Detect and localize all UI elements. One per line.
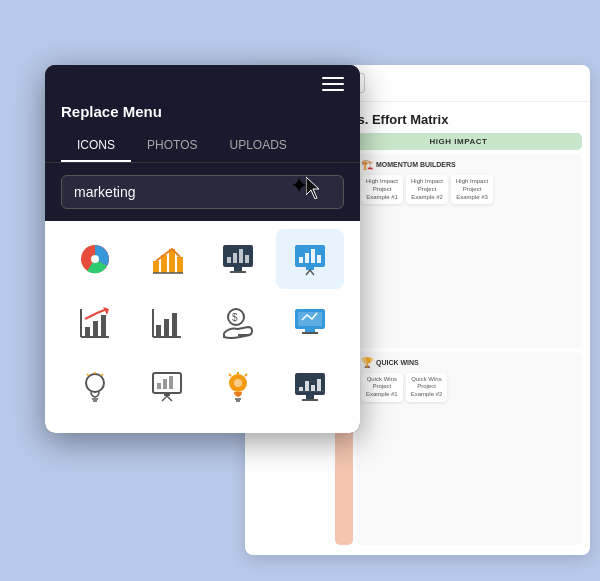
presentation2-icon (149, 369, 185, 405)
svg-rect-63 (311, 385, 315, 391)
bar-chart-gold-icon-cell[interactable] (133, 229, 201, 289)
money-hand-icon: $ (220, 305, 256, 341)
chart-dark2-icon (292, 369, 328, 405)
svg-text:$: $ (232, 312, 238, 323)
icons-grid: $ (45, 221, 360, 433)
quick-wins-item-1: Quick WinsProjectExample #1 (361, 373, 403, 402)
chart-dark-icon (220, 241, 256, 277)
replace-menu-label: Replace Menu (45, 103, 360, 130)
screen-blue-icon-cell[interactable] (276, 293, 344, 353)
arrow-chart-icon-cell[interactable] (61, 293, 129, 353)
svg-line-58 (245, 374, 247, 376)
svg-point-40 (86, 374, 104, 392)
svg-rect-61 (299, 387, 303, 391)
bulb-yellow-icon (220, 369, 256, 405)
svg-rect-33 (172, 313, 177, 337)
screen-blue-icon (292, 305, 328, 341)
svg-rect-3 (153, 261, 159, 273)
momentum-title-text: MOMENTUM BUILDERS (376, 161, 456, 168)
svg-line-22 (310, 270, 314, 275)
svg-rect-39 (302, 332, 318, 334)
bar-chart2-icon-cell[interactable] (133, 293, 201, 353)
bulb-outline-icon (77, 369, 113, 405)
svg-line-45 (87, 374, 89, 376)
high-impact-header: HIGH IMPACT (335, 133, 582, 150)
svg-rect-9 (227, 257, 231, 263)
svg-rect-16 (299, 257, 303, 263)
pie-chart-icon (77, 241, 113, 277)
svg-rect-17 (305, 253, 309, 263)
svg-rect-32 (164, 319, 169, 337)
bar-chart-gold-icon (149, 241, 185, 277)
chart-dark2-icon-cell[interactable] (276, 357, 344, 417)
quick-wins-icon: 🏆 (361, 357, 373, 368)
pie-chart-icon-cell[interactable] (61, 229, 129, 289)
svg-rect-62 (305, 381, 309, 391)
quick-wins-item-2: Quick WinsProjectExample #2 (406, 373, 448, 402)
presentation2-icon-cell[interactable] (133, 357, 201, 417)
svg-rect-50 (164, 393, 170, 396)
svg-rect-18 (311, 249, 315, 263)
svg-rect-47 (157, 383, 161, 389)
tab-uploads[interactable]: UPLOADS (213, 130, 302, 162)
matrix-right: HIGH IMPACT HIGH EFFORT 🏗️ MOMENTUM BUIL… (335, 133, 582, 545)
momentum-builders-title: 🏗️ MOMENTUM BUILDERS (361, 159, 577, 170)
svg-rect-13 (234, 267, 242, 271)
tab-photos[interactable]: PHOTOS (131, 130, 213, 162)
svg-rect-64 (317, 379, 321, 391)
chart-dark-icon-cell[interactable] (205, 229, 273, 289)
high-effort-row: HIGH EFFORT 🏗️ MOMENTUM BUILDERS High Im… (335, 154, 582, 348)
money-hand-icon-cell[interactable]: $ (205, 293, 273, 353)
menu-tabs: ICONS PHOTOS UPLOADS (45, 130, 360, 163)
svg-rect-67 (302, 399, 318, 401)
svg-rect-37 (298, 312, 322, 326)
svg-rect-66 (306, 395, 314, 399)
bar-chart2-icon (149, 305, 185, 341)
svg-rect-5 (169, 249, 175, 273)
svg-rect-11 (239, 249, 243, 263)
svg-rect-38 (305, 329, 315, 332)
svg-rect-12 (245, 255, 249, 263)
momentum-items: High ImpactProjectExample #1 High Impact… (361, 175, 577, 204)
quick-wins-quadrant: 🏆 QUICK WINS Quick WinsProjectExample #1… (356, 352, 582, 546)
hamburger-line-2 (322, 83, 344, 85)
menu-top-bar (45, 65, 360, 103)
svg-line-44 (101, 374, 103, 376)
svg-rect-31 (156, 325, 161, 337)
svg-rect-49 (169, 376, 173, 389)
svg-line-21 (306, 270, 310, 275)
arrow-chart-icon (77, 305, 113, 341)
svg-rect-25 (85, 327, 90, 337)
momentum-builders-quadrant: 🏗️ MOMENTUM BUILDERS High ImpactProjectE… (356, 154, 582, 348)
momentum-item-3: High ImpactProjectExample #3 (451, 175, 493, 204)
hamburger-line-1 (322, 77, 344, 79)
search-area: ✦ (45, 163, 360, 221)
low-effort-row: LOW EFFORT 🏆 QUICK WINS Quick WinsProjec… (335, 352, 582, 546)
svg-rect-27 (101, 315, 106, 337)
momentum-item-2: High ImpactProjectExample #2 (406, 175, 448, 204)
bulb-yellow-icon-cell[interactable] (205, 357, 273, 417)
quick-wins-title-text: QUICK WINS (376, 359, 419, 366)
svg-point-56 (234, 379, 242, 387)
bulb-outline-icon-cell[interactable] (61, 357, 129, 417)
svg-rect-26 (93, 321, 98, 337)
hamburger-icon[interactable] (322, 77, 344, 91)
svg-rect-14 (230, 271, 246, 273)
svg-line-59 (229, 374, 231, 376)
menu-card: Replace Menu ICONS PHOTOS UPLOADS ✦ (45, 65, 360, 433)
svg-rect-19 (317, 255, 321, 263)
svg-point-2 (91, 255, 99, 263)
svg-rect-10 (233, 253, 237, 263)
quick-wins-items: Quick WinsProjectExample #1 Quick WinsPr… (361, 373, 577, 402)
quick-wins-title: 🏆 QUICK WINS (361, 357, 577, 368)
svg-line-51 (162, 396, 167, 401)
svg-line-52 (167, 396, 172, 401)
matrix-rows: HIGH EFFORT 🏗️ MOMENTUM BUILDERS High Im… (335, 154, 582, 545)
svg-rect-6 (177, 257, 183, 273)
momentum-item-1: High ImpactProjectExample #1 (361, 175, 403, 204)
search-input[interactable] (61, 175, 344, 209)
tab-icons[interactable]: ICONS (61, 130, 131, 162)
presentation-chart-icon-cell[interactable] (276, 229, 344, 289)
momentum-icon: 🏗️ (361, 159, 373, 170)
hamburger-line-3 (322, 89, 344, 91)
